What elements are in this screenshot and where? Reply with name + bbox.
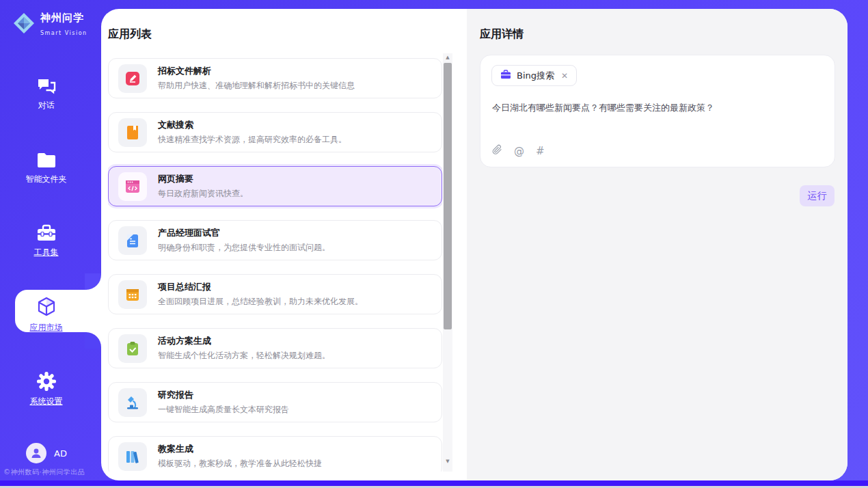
app-card-pm-interviewer[interactable]: 产品经理面试官 明确身份和职责，为您提供专业性的面试问题。 [108,220,442,260]
sidebar-item-settings[interactable]: 系统设置 [0,371,92,407]
microscope-icon [118,388,147,417]
user-account[interactable]: AD [26,443,67,463]
close-icon[interactable]: ✕ [560,71,569,81]
app-logo: 神州问学 Smart Vision [12,11,101,38]
paperclip-icon[interactable] [492,144,502,158]
sidebar-item-label: 工具集 [0,247,92,258]
avatar [26,443,46,463]
books-icon [118,442,147,471]
app-card-description: 模板驱动，教案秒成，教学准备从此轻松快捷 [158,458,322,470]
app-card-description: 帮助用户快速、准确地理解和解析招标书中的关键信息 [158,80,355,92]
app-detail-region: 应用详情 Bing搜索 ✕ 今日湖北有哪些新闻要点？有哪些需要关注的最新政策？ [467,9,847,480]
app-detail-title: 应用详情 [480,27,524,42]
app-card-description: 每日政府新闻资讯快查。 [158,188,248,200]
logo-text: 神州问学 Smart Vision [40,11,101,38]
app-list-title: 应用列表 [108,27,152,42]
app-list: 招标文件解析 帮助用户快速、准确地理解和解析招标书中的关键信息 文献搜索 快速精… [108,53,442,472]
clipboard-check-icon [118,334,147,363]
tool-tag-label: Bing搜索 [517,70,554,82]
sidebar-item-label: 智能文件夹 [0,174,92,185]
tool-tag-bing-search[interactable]: Bing搜索 ✕ [491,65,577,86]
sidebar-item-toolset[interactable]: 工具集 [0,224,92,258]
folder-icon [0,152,92,170]
app-card-title: 网页摘要 [158,173,248,185]
app-card-event-plan[interactable]: 活动方案生成 智能生成个性化活动方案，轻松解决规划难题。 [108,328,442,368]
book-icon [118,118,147,147]
app-card-title: 招标文件解析 [158,65,355,77]
calendar-note-icon [118,280,147,309]
run-button[interactable]: 运行 [800,185,835,206]
app-card-description: 全面回顾项目进展，总结经验教训，助力未来优化发展。 [158,296,363,308]
app-list-region: 应用列表 招标文件解析 帮助用户快速、准确地理解和解析招标书中的关键信息 [101,9,467,480]
prompt-card: Bing搜索 ✕ 今日湖北有哪些新闻要点？有哪些需要关注的最新政策？ @ # [480,55,835,167]
app-card-title: 产品经理面试官 [158,227,330,239]
cube-icon [0,296,92,318]
toolbox-icon [0,224,92,243]
scroll-up-icon[interactable]: ▲ [443,53,452,62]
list-scrollbar[interactable]: ▲ ▼ [443,53,452,472]
app-card-title: 研究报告 [158,389,289,401]
main-panel: 应用列表 招标文件解析 帮助用户快速、准确地理解和解析招标书中的关键信息 [101,9,847,480]
prompt-toolbar: @ # [492,144,545,158]
app-card-description: 快速精准查找学术资源，提高研究效率的必备工具。 [158,134,347,146]
copyright-footer: ©神州数码·神州问学出品 [3,467,99,477]
app-card-description: 智能生成个性化活动方案，轻松解决规划难题。 [158,350,330,362]
sidebar-item-label: 对话 [0,100,92,111]
app-card-title: 项目总结汇报 [158,281,363,293]
scrollbar-thumb[interactable] [444,63,452,329]
app-card-title: 教案生成 [158,443,322,455]
prompt-input[interactable]: 今日湖北有哪些新闻要点？有哪些需要关注的最新政策？ [492,102,820,114]
chat-icon [0,77,92,96]
app-card-description: 一键智能生成高质量长文本研究报告 [158,404,289,416]
app-card-project-summary[interactable]: 项目总结汇报 全面回顾项目进展，总结经验教训，助力未来优化发展。 [108,274,442,314]
sidebar-item-label: 系统设置 [0,396,92,407]
sidebar-item-label: 应用市场 [0,322,92,334]
tender-doc-icon [118,64,147,93]
app-card-description: 明确身份和职责，为您提供专业性的面试问题。 [158,242,330,254]
sidebar: 神州问学 Smart Vision 对话 智能文件夹 [0,0,101,480]
clipboard-doc-icon [118,226,147,255]
gear-icon [0,371,92,392]
briefcase-icon [500,69,511,82]
app-card-title: 活动方案生成 [158,335,330,347]
sidebar-item-chat[interactable]: 对话 [0,77,92,111]
web-browser-icon [118,172,147,201]
app-card-title: 文献搜索 [158,119,347,131]
logo-diamond-icon [12,12,36,38]
app-card-literature-search[interactable]: 文献搜索 快速精准查找学术资源，提高研究效率的必备工具。 [108,112,442,152]
app-card-research-report[interactable]: 研究报告 一键智能生成高质量长文本研究报告 [108,382,442,422]
app-name: 神州问学 [40,12,84,24]
bubble-top-curve [85,273,101,290]
user-initials: AD [54,448,67,459]
sidebar-item-app-market[interactable]: 应用市场 [0,296,92,334]
bottom-accent-bar [0,480,868,486]
bubble-bottom-curve [85,332,101,349]
hash-icon[interactable]: # [536,145,545,157]
app-card-web-summary[interactable]: 网页摘要 每日政府新闻资讯快查。 [108,166,442,206]
mention-icon[interactable]: @ [514,145,524,157]
app-card-tender-analysis[interactable]: 招标文件解析 帮助用户快速、准确地理解和解析招标书中的关键信息 [108,58,442,98]
sidebar-item-smart-folder[interactable]: 智能文件夹 [0,152,92,185]
app-card-lesson-plan[interactable]: 教案生成 模板驱动，教案秒成，教学准备从此轻松快捷 [108,436,442,472]
app-tagline: Smart Vision [40,30,87,36]
scroll-down-icon[interactable]: ▼ [443,457,452,466]
app-window: 神州问学 Smart Vision 对话 智能文件夹 [0,0,868,488]
